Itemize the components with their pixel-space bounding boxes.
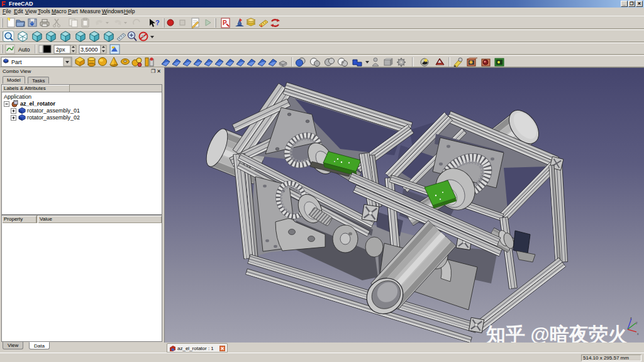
svg-text:Part: Part (11, 59, 22, 65)
svg-text:y: y (636, 321, 638, 324)
svg-text:2px: 2px (56, 47, 65, 53)
svg-text:z: z (630, 316, 632, 320)
svg-text:Auto: Auto (18, 47, 30, 53)
svg-text:知乎 @暗夜荧火: 知乎 @暗夜荧火 (486, 324, 628, 343)
svg-text:?: ? (155, 19, 160, 26)
svg-text:P: P (223, 19, 227, 26)
svg-text:x: x (637, 332, 639, 336)
svg-text:3,5000: 3,5000 (80, 47, 98, 53)
